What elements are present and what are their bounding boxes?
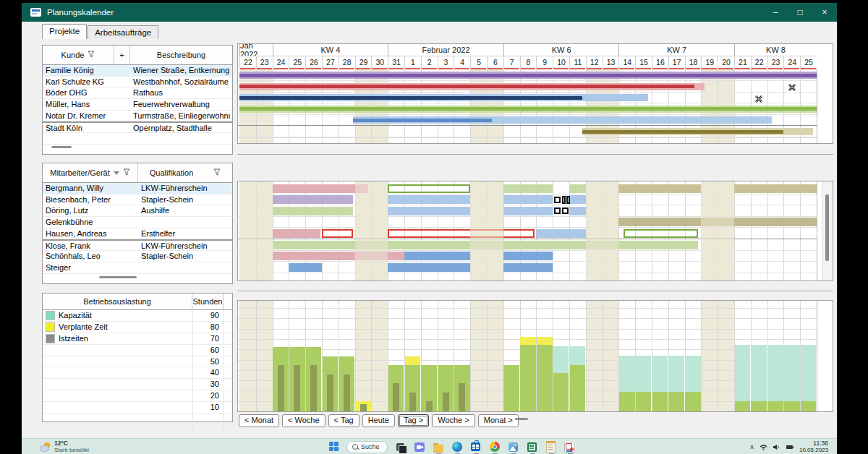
- table-row[interactable]: Böder OHGRathaus: [43, 87, 232, 99]
- gantt-bar[interactable]: [503, 184, 553, 193]
- splitter-handle[interactable]: [99, 276, 137, 278]
- gantt-bar[interactable]: [239, 74, 817, 77]
- project-gantt-row[interactable]: [238, 103, 817, 115]
- gantt-bar[interactable]: [624, 229, 698, 238]
- gantt-bar[interactable]: [536, 229, 585, 238]
- notes-app-icon[interactable]: [545, 441, 557, 453]
- wifi-icon[interactable]: [760, 440, 767, 453]
- gantt-bar[interactable]: [503, 207, 553, 215]
- title-bar[interactable]: Planungskalender –□×: [22, 3, 837, 22]
- gantt-bar[interactable]: [273, 229, 320, 238]
- task-view-icon[interactable]: [395, 441, 407, 453]
- weather-widget[interactable]: 12°C Stark bewölkt: [40, 440, 89, 453]
- gantt-bar[interactable]: [273, 207, 354, 215]
- table-row[interactable]: Schönhals, LeoStapler-Schein: [43, 251, 232, 262]
- gantt-bar[interactable]: [569, 207, 586, 215]
- gantt-bar[interactable]: [388, 184, 470, 193]
- clock[interactable]: 11:36 10.05.2023: [799, 440, 828, 453]
- gantt-bar[interactable]: [569, 195, 586, 204]
- tray-expand-icon[interactable]: ∧: [749, 443, 754, 450]
- black-square-icon[interactable]: [562, 207, 569, 214]
- gantt-bar[interactable]: [239, 96, 582, 100]
- gantt-bar[interactable]: [734, 184, 817, 193]
- edge-browser-icon[interactable]: [451, 441, 463, 453]
- nav-button-tag[interactable]: Tag >: [398, 414, 429, 427]
- gantt-bar[interactable]: [353, 119, 492, 122]
- gantt-bar[interactable]: [503, 195, 553, 204]
- project-gantt-row[interactable]: [238, 93, 817, 104]
- vertical-scrollbar[interactable]: [822, 181, 833, 280]
- microsoft-store-icon[interactable]: [470, 441, 482, 453]
- gantt-bar[interactable]: [239, 85, 694, 88]
- nav-button-tag[interactable]: < Tag: [328, 414, 359, 427]
- gantt-bar[interactable]: [388, 229, 535, 238]
- project-gantt-row[interactable]: [238, 115, 817, 127]
- tab-projekte[interactable]: Projekte: [42, 24, 87, 39]
- volume-icon[interactable]: [773, 440, 780, 453]
- table-row[interactable]: Familie KönigWiener Straße, Entkernung: [43, 65, 232, 77]
- filter-icon[interactable]: [213, 168, 221, 177]
- black-bar-icon[interactable]: [562, 196, 566, 204]
- horizontal-scrollbar-thumb[interactable]: [515, 418, 528, 420]
- planner-app-icon[interactable]: [564, 441, 576, 453]
- add-project-button[interactable]: +: [114, 46, 130, 64]
- chrome-browser-icon[interactable]: [489, 441, 501, 453]
- black-bar-icon[interactable]: [566, 196, 570, 204]
- gantt-bar[interactable]: [388, 195, 470, 204]
- photos-app-icon[interactable]: [508, 441, 519, 453]
- table-row[interactable]: Notar Dr. KremerTurmstraße, Einliegerwoh…: [43, 111, 232, 122]
- project-gantt-row[interactable]: [238, 70, 817, 82]
- maximize-button[interactable]: □: [788, 3, 812, 22]
- search-input[interactable]: Suche: [346, 441, 388, 453]
- vertical-scrollbar-thumb[interactable]: [825, 194, 829, 261]
- minimize-button[interactable]: –: [763, 3, 788, 22]
- table-row[interactable]: Döring, LutzAushilfe: [43, 205, 232, 217]
- table-row[interactable]: Gelenkbühne: [43, 217, 232, 228]
- gantt-bar[interactable]: [273, 184, 368, 193]
- nav-button-monat[interactable]: Monat >: [478, 414, 519, 427]
- splitter-handle[interactable]: [51, 146, 72, 148]
- gantt-bar[interactable]: [388, 207, 470, 215]
- gantt-bar[interactable]: [388, 263, 470, 272]
- gantt-bar[interactable]: [322, 229, 353, 238]
- nav-button-heute[interactable]: Heute: [362, 414, 395, 427]
- start-button[interactable]: [329, 442, 339, 452]
- table-row[interactable]: Karl Schulze KGWestbahnhof, Sozialräume: [43, 77, 232, 88]
- column-header-mitarbeiter[interactable]: Mitarbeiter/Gerät: [43, 163, 138, 182]
- section-divider[interactable]: [237, 291, 833, 291]
- project-gantt-row[interactable]: [238, 127, 817, 138]
- column-header-beschreibung[interactable]: Beschreibung: [130, 46, 232, 64]
- nav-button-woche[interactable]: Woche >: [432, 414, 475, 427]
- gantt-bar[interactable]: [503, 263, 553, 272]
- gantt-bar[interactable]: [289, 263, 322, 272]
- gantt-bar[interactable]: [273, 195, 354, 204]
- filter-icon[interactable]: [123, 168, 130, 177]
- table-row[interactable]: Bergmann, WillyLKW-Führerschein: [43, 183, 232, 194]
- filter-icon[interactable]: [88, 51, 95, 59]
- gantt-bar[interactable]: [404, 252, 470, 260]
- chat-icon[interactable]: [414, 441, 425, 453]
- gantt-bar[interactable]: [503, 252, 553, 260]
- gantt-bar[interactable]: [569, 184, 586, 193]
- gantt-bar[interactable]: [582, 130, 783, 134]
- column-header-kunde[interactable]: Kunde: [43, 46, 114, 64]
- file-explorer-icon[interactable]: [433, 441, 444, 453]
- spreadsheet-app-icon[interactable]: [527, 441, 538, 453]
- battery-icon[interactable]: [786, 440, 794, 453]
- table-row[interactable]: Hausen, AndreasErsthelfer: [43, 228, 232, 240]
- tab-arbeitsaufträge[interactable]: Arbeitsaufträge: [88, 25, 158, 39]
- column-header-qualifikation[interactable]: Qualifikation: [138, 163, 232, 182]
- table-row[interactable]: Stadt KölnOpernplatz, Stadthalle: [43, 121, 232, 133]
- table-row[interactable]: Müller, HansFeuerwehrverwaltung: [43, 99, 232, 111]
- nav-button-woche[interactable]: < Woche: [282, 414, 326, 427]
- black-square-icon[interactable]: [554, 207, 561, 214]
- table-row[interactable]: Steiger: [43, 262, 232, 274]
- gantt-bar[interactable]: [239, 107, 817, 111]
- gantt-bar[interactable]: [618, 184, 701, 193]
- section-divider[interactable]: [237, 154, 833, 155]
- close-button[interactable]: ×: [812, 3, 837, 22]
- table-row[interactable]: Biesenbach, PeterStapler-Schein: [43, 194, 232, 206]
- black-square-icon[interactable]: [554, 197, 561, 203]
- table-row[interactable]: Klose, FrankLKW-Führerschein: [43, 239, 232, 251]
- project-gantt-row[interactable]: [238, 81, 817, 93]
